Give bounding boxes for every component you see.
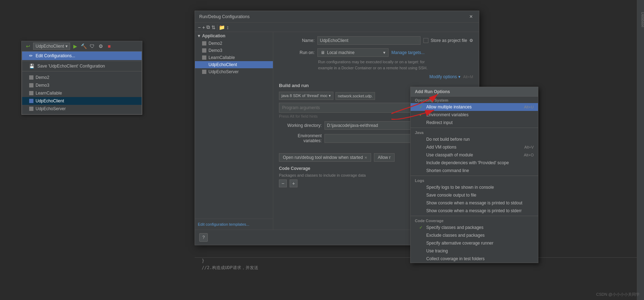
include-deps-item[interactable]: ✓ Include dependencies with 'Provided' s…	[411, 159, 538, 167]
config-item-udpechoclient[interactable]: UdpEchoClient	[22, 97, 142, 105]
run-on-dropdown-arrow: ▾	[383, 50, 385, 55]
add-vm-options-item[interactable]: ✓ Add VM options Alt+V	[411, 143, 538, 151]
config-list: Demo2 Demo3 LearnCallable UdpEchoClient …	[22, 72, 142, 114]
modify-options-button[interactable]: Modify options ▾	[429, 74, 460, 79]
env-variables-item[interactable]: ✓ Environment variables	[411, 111, 538, 119]
sdk-select[interactable]: java 8 SDK of 'thread' moc ▾	[279, 92, 333, 100]
config-dropdown-menu: ✏ Edit Configurations... 💾 Save 'UdpEcho…	[22, 51, 142, 114]
app-icon-udpechoserver	[29, 107, 33, 111]
config-name-label: UdpEchoClient	[36, 44, 64, 49]
store-checkbox-box[interactable]	[423, 38, 428, 43]
sidebar-app-icon-demo3	[202, 48, 206, 53]
app-icon-learncallable	[29, 91, 33, 95]
sidebar-item-learncallable[interactable]: LearnCallable	[195, 54, 273, 61]
collect-coverage-item[interactable]: ✓ Collect coverage in test folders	[411, 255, 538, 263]
app-icon-udpechoclient	[29, 99, 33, 103]
coverage-minus-btn[interactable]: −	[279, 180, 287, 187]
local-machine-label: Local machine	[327, 50, 354, 55]
settings-icon[interactable]: ⚙	[97, 43, 104, 50]
allow-multiple-check: ✓	[419, 105, 424, 109]
coverage-plus-btn[interactable]: +	[290, 180, 297, 187]
run-on-label: Run on:	[279, 50, 315, 55]
edit-configurations-item[interactable]: ✏ Edit Configurations...	[22, 52, 142, 60]
specify-logs-item[interactable]: ✓ Specify logs to be shown in console	[411, 183, 538, 191]
env-variables-check: ✓	[419, 112, 424, 117]
working-dir-label: Working directory:	[279, 123, 322, 128]
toolbar-folder-icon[interactable]: 📁	[219, 25, 225, 30]
alt-coverage-runner-item[interactable]: ✓ Specify alternative coverage runner	[411, 239, 538, 247]
run-icon[interactable]: ▶	[72, 43, 79, 50]
show-console-stdout-item[interactable]: ✓ Show console when a message is printed…	[411, 199, 538, 207]
specify-classes-item[interactable]: ✓ Specify classes and packages	[411, 224, 538, 231]
config-item-demo2[interactable]: Demo2	[22, 74, 142, 81]
modify-options-shortcut: Alt+M	[463, 75, 473, 79]
dialog-close-button[interactable]: ×	[468, 13, 475, 20]
edit-templates-link[interactable]: Edit configuration templates...	[198, 222, 249, 226]
toolbar-minus-icon[interactable]: −	[198, 25, 201, 30]
shorten-cmdline-item[interactable]: ✓ Shorten command line	[411, 167, 538, 175]
dropdown-arrow-icon: ▾	[65, 44, 68, 49]
sidebar-app-icon-udpechoclient	[202, 63, 206, 67]
menu-separator	[22, 61, 142, 61]
toolbar-plus-icon[interactable]: +	[202, 25, 205, 30]
modify-options-header: Add Run Options	[411, 87, 538, 97]
menu-separator-2	[22, 71, 142, 71]
sidebar-item-udpechoclient[interactable]: UdpEchoClient	[195, 61, 273, 68]
right-sidebar: Database	[637, 0, 644, 300]
sidebar-app-icon-learncallable	[202, 55, 206, 60]
help-button[interactable]: ?	[199, 233, 208, 242]
code-line-2: //2.构造成UDP请求，并发送	[195, 264, 644, 272]
sidebar-app-icon-udpechoserver	[202, 70, 206, 74]
show-console-stderr-item[interactable]: ✓ Show console when a message is printed…	[411, 207, 538, 215]
allow-multiple-shortcut: Alt+U	[524, 105, 534, 109]
run-on-select[interactable]: 🖥 Local machine ▾	[317, 48, 389, 57]
allow-multiple-instances-item[interactable]: ✓ Allow multiple instances Alt+U	[411, 103, 538, 111]
back-icon[interactable]: ↩	[25, 43, 32, 50]
main-class-select[interactable]: network.socket.udp.	[336, 92, 375, 100]
sidebar-section-icon: ▾	[198, 33, 200, 38]
run-config-dropdown[interactable]: UdpEchoClient ▾	[33, 43, 70, 50]
store-checkbox-label: Store as project file	[431, 38, 467, 43]
sidebar-item-udpechoserver[interactable]: UdpEchoServer	[195, 68, 273, 75]
add-vm-shortcut: Alt+V	[524, 145, 534, 149]
redirect-input-check: ✓	[419, 120, 424, 125]
sidebar-item-demo2[interactable]: Demo2	[195, 40, 273, 47]
dialog-titlebar: Run/Debug Configurations ×	[195, 11, 479, 23]
config-item-udpechoserver[interactable]: UdpEchoServer	[22, 105, 142, 113]
name-label: Name:	[279, 38, 315, 43]
allow-btn[interactable]: Allow r	[374, 153, 395, 162]
redirect-input-item[interactable]: ✓ Redirect input	[411, 119, 538, 127]
use-tracing-item[interactable]: ✓ Use tracing	[411, 247, 538, 255]
store-settings-icon[interactable]: ⚙	[469, 38, 473, 43]
save-configuration-item[interactable]: 💾 Save 'UdpEchoClient' Configuration	[22, 62, 142, 70]
sidebar-app-icon-demo2	[202, 41, 206, 45]
env-vars-label: Environment variables:	[279, 133, 322, 143]
open-tool-window-btn[interactable]: Open run/debug tool window when started …	[279, 153, 371, 162]
store-checkbox[interactable]: Store as project file ⚙	[423, 38, 473, 43]
manage-targets-link[interactable]: Manage targets...	[391, 50, 424, 55]
left-panel: ↩ UdpEchoClient ▾ ▶ 🔨 🛡 ⚙ ■ ✏ Edit Confi…	[21, 41, 142, 115]
logs-section-label: Logs	[411, 177, 538, 183]
config-item-learncallable[interactable]: LearnCallable	[22, 89, 142, 97]
no-build-item[interactable]: ✓ Do not build before run	[411, 135, 538, 143]
config-item-demo3[interactable]: Demo3	[22, 81, 142, 89]
toolbar-copy-icon[interactable]: ⧉	[206, 24, 210, 30]
build-icon[interactable]: 🔨	[80, 43, 87, 50]
coverage-icon[interactable]: 🛡	[89, 43, 96, 50]
use-classpath-item[interactable]: ✓ Use classpath of module Alt+O	[411, 151, 538, 159]
dialog-title: Run/Debug Configurations	[199, 14, 249, 19]
watermark: CSDN @小小小小关同学	[596, 292, 640, 297]
toolbar-sort-icon[interactable]: ↕	[226, 25, 229, 30]
stop-icon[interactable]: ■	[106, 43, 113, 50]
exclude-classes-item[interactable]: ✓ Exclude classes and packages	[411, 231, 538, 239]
toolbar-move-icon[interactable]: ⇅	[211, 25, 216, 30]
specify-classes-check: ✓	[419, 225, 424, 230]
save-icon: 💾	[29, 64, 35, 69]
right-sidebar-label: Database	[641, 12, 644, 27]
sidebar-item-demo3[interactable]: Demo3	[195, 47, 273, 54]
save-console-item[interactable]: ✓ Save console output to file	[411, 191, 538, 199]
modify-options-dropdown: Add Run Options Operating System ✓ Allow…	[410, 87, 538, 263]
classpath-shortcut: Alt+O	[524, 153, 534, 157]
section-separator-2	[411, 176, 538, 176]
name-input[interactable]	[317, 36, 421, 45]
